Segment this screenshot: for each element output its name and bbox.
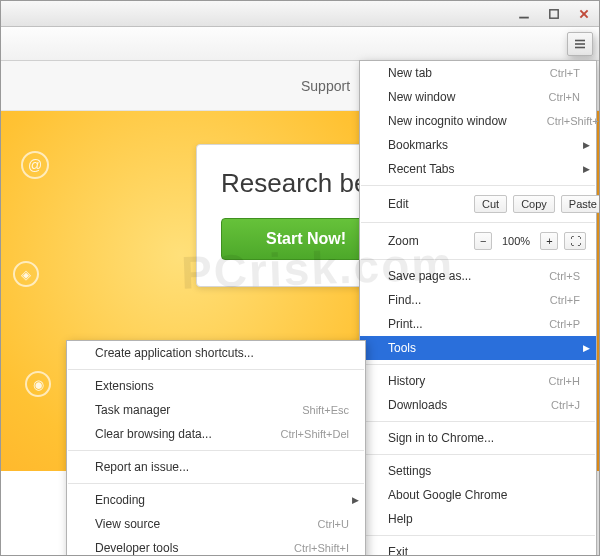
menu-find[interactable]: Find...Ctrl+F: [360, 288, 596, 312]
menu-label: Find...: [388, 293, 421, 307]
menu-label: Exit: [388, 545, 408, 556]
menu-label: Developer tools: [95, 541, 178, 555]
menu-label: Tools: [388, 341, 416, 355]
menu-separator: [361, 454, 595, 455]
menu-label: Recent Tabs: [388, 162, 455, 176]
menu-tools[interactable]: Tools▶: [360, 336, 596, 360]
zoom-in-button[interactable]: +: [540, 232, 558, 250]
menu-edit-label: Edit: [388, 197, 468, 211]
menu-recent-tabs[interactable]: Recent Tabs▶: [360, 157, 596, 181]
menu-label: History: [388, 374, 425, 388]
main-menu-button[interactable]: [567, 32, 593, 56]
menu-shortcut: Ctrl+U: [318, 518, 349, 530]
menu-about[interactable]: About Google Chrome: [360, 483, 596, 507]
tools-submenu: Create application shortcuts... Extensio…: [66, 340, 366, 556]
menu-new-window[interactable]: New windowCtrl+N: [360, 85, 596, 109]
submenu-view-source[interactable]: View sourceCtrl+U: [67, 512, 365, 536]
close-icon: [578, 8, 590, 20]
menu-label: New tab: [388, 66, 432, 80]
menu-shortcut: Ctrl+Shift+N: [547, 115, 600, 127]
menu-save-page[interactable]: Save page as...Ctrl+S: [360, 264, 596, 288]
menu-shortcut: Ctrl+P: [549, 318, 580, 330]
maximize-icon: [548, 8, 560, 20]
window-maximize-button[interactable]: [539, 1, 569, 26]
menu-bookmarks[interactable]: Bookmarks▶: [360, 133, 596, 157]
menu-label: Encoding: [95, 493, 145, 507]
deco-globe-icon: ◉: [25, 371, 51, 397]
browser-toolbar: [1, 27, 599, 61]
submenu-create-shortcut[interactable]: Create application shortcuts...: [67, 341, 365, 365]
svg-rect-1: [550, 9, 558, 17]
menu-label: Create application shortcuts...: [95, 346, 254, 360]
menu-shortcut: Ctrl+S: [549, 270, 580, 282]
menu-shortcut: Shift+Esc: [302, 404, 349, 416]
menu-downloads[interactable]: DownloadsCtrl+J: [360, 393, 596, 417]
minimize-icon: [518, 8, 530, 20]
menu-label: New incognito window: [388, 114, 507, 128]
menu-label: Sign in to Chrome...: [388, 431, 494, 445]
menu-edit-row: Edit Cut Copy Paste: [360, 190, 596, 218]
hamburger-icon: [573, 37, 587, 51]
submenu-report-issue[interactable]: Report an issue...: [67, 455, 365, 479]
deco-at-icon: @: [21, 151, 49, 179]
deco-wifi-icon: ◈: [13, 261, 39, 287]
menu-label: Bookmarks: [388, 138, 448, 152]
menu-label: Downloads: [388, 398, 447, 412]
menu-settings[interactable]: Settings: [360, 459, 596, 483]
window-titlebar: [1, 1, 599, 27]
nav-support-link[interactable]: Support: [301, 78, 350, 94]
main-menu: New tabCtrl+T New windowCtrl+N New incog…: [359, 60, 597, 556]
menu-zoom-row: Zoom − 100% + ⛶: [360, 227, 596, 255]
submenu-clear-data[interactable]: Clear browsing data...Ctrl+Shift+Del: [67, 422, 365, 446]
window-close-button[interactable]: [569, 1, 599, 26]
menu-shortcut: Ctrl+F: [550, 294, 580, 306]
menu-separator: [361, 185, 595, 186]
menu-label: Task manager: [95, 403, 170, 417]
menu-shortcut: Ctrl+Shift+I: [294, 542, 349, 554]
chevron-right-icon: ▶: [583, 140, 590, 150]
submenu-encoding[interactable]: Encoding▶: [67, 488, 365, 512]
menu-new-tab[interactable]: New tabCtrl+T: [360, 61, 596, 85]
submenu-task-manager[interactable]: Task managerShift+Esc: [67, 398, 365, 422]
menu-separator: [68, 483, 364, 484]
menu-zoom-label: Zoom: [388, 234, 468, 248]
menu-separator: [361, 222, 595, 223]
menu-history[interactable]: HistoryCtrl+H: [360, 369, 596, 393]
menu-signin[interactable]: Sign in to Chrome...: [360, 426, 596, 450]
edit-copy-button[interactable]: Copy: [513, 195, 555, 213]
menu-shortcut: Ctrl+T: [550, 67, 580, 79]
zoom-value: 100%: [498, 235, 534, 247]
menu-label: Settings: [388, 464, 431, 478]
menu-help[interactable]: Help: [360, 507, 596, 531]
menu-exit[interactable]: Exit: [360, 540, 596, 556]
window-minimize-button[interactable]: [509, 1, 539, 26]
fullscreen-button[interactable]: ⛶: [564, 232, 586, 250]
menu-label: Save page as...: [388, 269, 471, 283]
menu-new-incognito[interactable]: New incognito windowCtrl+Shift+N: [360, 109, 596, 133]
chevron-right-icon: ▶: [583, 164, 590, 174]
zoom-out-button[interactable]: −: [474, 232, 492, 250]
menu-separator: [68, 450, 364, 451]
menu-label: Print...: [388, 317, 423, 331]
menu-label: New window: [388, 90, 455, 104]
edit-paste-button[interactable]: Paste: [561, 195, 600, 213]
chevron-right-icon: ▶: [352, 495, 359, 505]
submenu-dev-tools[interactable]: Developer toolsCtrl+Shift+I: [67, 536, 365, 556]
menu-label: Help: [388, 512, 413, 526]
menu-shortcut: Ctrl+N: [549, 91, 580, 103]
menu-shortcut: Ctrl+J: [551, 399, 580, 411]
submenu-extensions[interactable]: Extensions: [67, 374, 365, 398]
menu-separator: [68, 369, 364, 370]
menu-label: Report an issue...: [95, 460, 189, 474]
edit-cut-button[interactable]: Cut: [474, 195, 507, 213]
menu-print[interactable]: Print...Ctrl+P: [360, 312, 596, 336]
menu-separator: [361, 421, 595, 422]
menu-separator: [361, 364, 595, 365]
menu-separator: [361, 259, 595, 260]
menu-label: View source: [95, 517, 160, 531]
menu-shortcut: Ctrl+Shift+Del: [281, 428, 349, 440]
chevron-right-icon: ▶: [583, 343, 590, 353]
menu-label: Clear browsing data...: [95, 427, 212, 441]
menu-shortcut: Ctrl+H: [549, 375, 580, 387]
menu-label: Extensions: [95, 379, 154, 393]
